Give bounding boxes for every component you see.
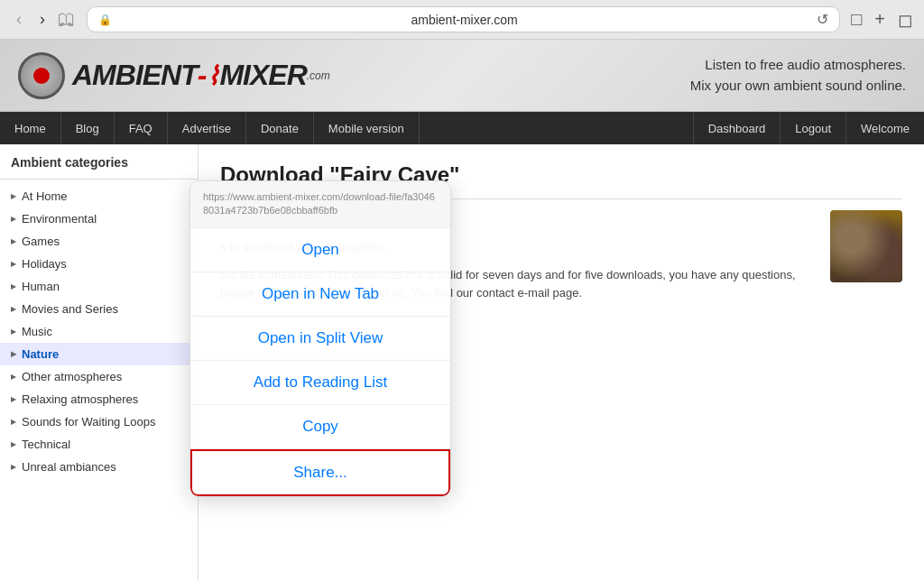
nav-logout[interactable]: Logout (780, 112, 845, 144)
sidebar-item-music[interactable]: Music (0, 320, 198, 343)
main-layout: Ambient categories At Home Environmental… (0, 144, 924, 581)
browser-actions: □ + ◻ (851, 9, 913, 31)
context-url: https://www.ambient-mixer.com/download-f… (190, 181, 450, 228)
share-button[interactable]: □ (851, 9, 862, 30)
sidebar-item-sounds-waiting[interactable]: Sounds for Waiting Loops (0, 410, 198, 433)
content-text: https://www.ambient-mixer.com/download-f… (220, 210, 816, 312)
sidebar-item-unreal[interactable]: Unreal ambiances (0, 456, 198, 478)
tabs-button[interactable]: ◻ (898, 9, 913, 31)
address-text: ambient-mixer.com (119, 13, 809, 27)
lock-icon: 🔒 (98, 14, 112, 26)
context-menu: https://www.ambient-mixer.com/download-f… (189, 180, 451, 497)
sidebar-item-relaxing[interactable]: Relaxing atmospheres (0, 388, 198, 410)
logo-dash-waveform: -⌇ (198, 59, 220, 91)
context-open-split[interactable]: Open in Split View (190, 317, 450, 361)
site-nav: Home Blog FAQ Advertise Donate Mobile ve… (0, 112, 924, 144)
browser-chrome: ‹ › 🕮 🔒 ambient-mixer.com ↺ □ + ◻ (0, 0, 924, 40)
context-open-new-tab[interactable]: Open in New Tab (190, 272, 450, 317)
reload-button[interactable]: ↺ (817, 11, 828, 28)
forward-button[interactable]: › (34, 8, 51, 31)
logo-area: AMBIENT-⌇MIXER.com (18, 52, 330, 99)
fairy-cave-image (830, 210, 902, 282)
nav-welcome[interactable]: Welcome (845, 112, 924, 144)
sidebar-item-technical[interactable]: Technical (0, 433, 198, 456)
sidebar-item-other[interactable]: Other atmospheres (0, 365, 198, 388)
sidebar-item-environmental[interactable]: Environmental (0, 208, 198, 230)
sidebar-item-human[interactable]: Human (0, 275, 198, 298)
new-tab-button[interactable]: + (874, 9, 885, 30)
nav-dashboard[interactable]: Dashboard (693, 112, 781, 144)
context-add-reading[interactable]: Add to Reading List (190, 361, 450, 405)
sidebar-item-holidays[interactable]: Holidays (0, 253, 198, 275)
sidebar-item-games[interactable]: Games (0, 230, 198, 253)
logo-ambient: AMBIENT (72, 59, 198, 91)
content-area: Download "Fairy Cave" https://www.ambien… (199, 144, 924, 581)
sidebar-item-at-home[interactable]: At Home (0, 185, 198, 208)
context-open[interactable]: Open (190, 228, 450, 272)
site-header: AMBIENT-⌇MIXER.com Listen to free audio … (0, 40, 924, 112)
sidebar-item-movies[interactable]: Movies and Series (0, 298, 198, 320)
sidebar-title: Ambient categories (0, 155, 198, 180)
logo-text-group: AMBIENT-⌇MIXER.com (72, 59, 330, 92)
back-button[interactable]: ‹ (11, 8, 27, 31)
nav-faq[interactable]: FAQ (115, 112, 168, 144)
nav-mobile[interactable]: Mobile version (314, 112, 420, 144)
fairy-cave-image-inner (830, 210, 902, 282)
header-tagline: Listen to free audio atmospheres. Mix yo… (690, 55, 906, 96)
nav-home[interactable]: Home (0, 112, 61, 144)
address-bar[interactable]: 🔒 ambient-mixer.com ↺ (87, 6, 840, 32)
logo-com: .com (307, 69, 330, 82)
content-with-image: https://www.ambient-mixer.com/download-f… (220, 210, 902, 312)
nav-blog[interactable]: Blog (61, 112, 115, 144)
tagline-line1: Listen to free audio atmospheres. (690, 55, 906, 76)
site-wrapper: AMBIENT-⌇MIXER.com Listen to free audio … (0, 40, 924, 581)
bookmarks-button[interactable]: 🕮 (58, 9, 76, 30)
sidebar: Ambient categories At Home Environmental… (0, 144, 199, 581)
nav-advertise[interactable]: Advertise (168, 112, 246, 144)
nav-buttons: ‹ › 🕮 (11, 8, 76, 31)
tagline-line2: Mix your own ambient sound online. (690, 76, 906, 97)
logo-mixer-text: MIXER (219, 59, 306, 91)
logo-circle-icon (18, 52, 65, 99)
sidebar-item-nature[interactable]: Nature (0, 343, 198, 365)
context-copy[interactable]: Copy (190, 405, 450, 449)
context-share[interactable]: Share... (190, 449, 450, 496)
nav-donate[interactable]: Donate (246, 112, 314, 144)
